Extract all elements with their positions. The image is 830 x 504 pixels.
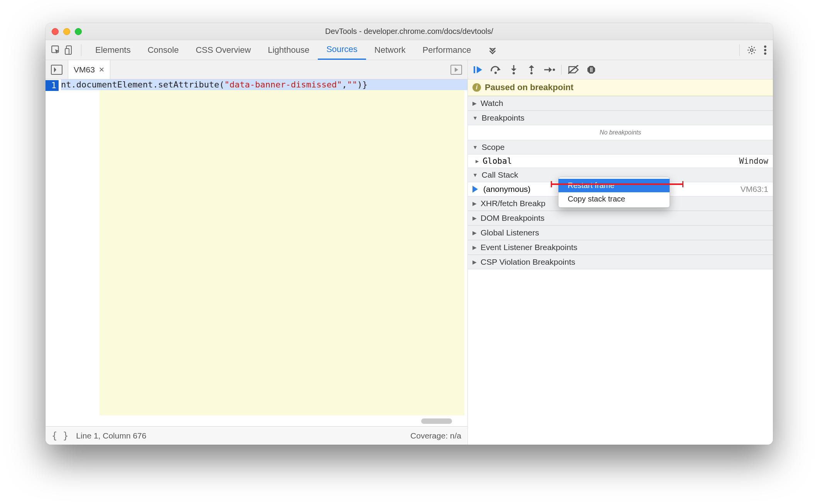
window-title: DevTools - developer.chrome.com/docs/dev…: [46, 27, 773, 36]
section-dom-label: DOM Breakpoints: [481, 213, 545, 223]
svg-rect-9: [474, 66, 475, 73]
svg-rect-2: [65, 49, 69, 54]
tab-elements[interactable]: Elements: [87, 40, 139, 60]
file-tab-name: VM63: [74, 65, 95, 74]
chevron-down-icon: ▼: [472, 144, 478, 150]
file-tabbar: VM63 ✕: [46, 60, 467, 79]
chevron-right-icon: ▶: [472, 259, 477, 265]
svg-rect-16: [592, 67, 592, 72]
section-dom-breakpoints[interactable]: ▶ DOM Breakpoints: [468, 211, 773, 225]
current-frame-icon: [472, 186, 478, 193]
chevron-right-icon: ▶: [472, 230, 477, 236]
section-scope[interactable]: ▼ Scope: [468, 140, 773, 155]
section-csp-label: CSP Violation Breakpoints: [481, 257, 575, 267]
resume-button[interactable]: [470, 63, 486, 77]
device-toolbar-icon[interactable]: [65, 45, 74, 55]
chevron-right-icon: ▶: [472, 244, 477, 250]
kebab-menu-icon[interactable]: [764, 45, 767, 55]
deactivate-breakpoints-button[interactable]: [565, 63, 582, 77]
scope-global-value: Window: [739, 156, 768, 166]
section-watch[interactable]: ▶ Watch: [468, 96, 773, 111]
line-number: 1: [46, 80, 59, 91]
debugger-sidebar: i Paused on breakpoint ▶ Watch ▼ Breakpo…: [468, 60, 773, 445]
chevron-right-icon: ▶: [476, 158, 479, 164]
tab-lighthouse[interactable]: Lighthouse: [259, 40, 318, 60]
stack-frame-anonymous[interactable]: (anonymous) VM63:1 Restart frame Copy st…: [468, 182, 773, 196]
section-gl-label: Global Listeners: [481, 228, 539, 237]
svg-point-4: [764, 45, 766, 48]
ctx-restart-frame[interactable]: Restart frame: [558, 179, 670, 192]
cursor-position: Line 1, Column 676: [76, 431, 146, 440]
step-out-button[interactable]: [523, 63, 540, 77]
step-button[interactable]: [541, 63, 557, 77]
section-breakpoints-label: Breakpoints: [482, 113, 525, 123]
section-event-label: Event Listener Breakpoints: [481, 243, 577, 252]
context-menu: Restart frame Copy stack trace: [558, 177, 670, 208]
ctx-copy-stack-trace[interactable]: Copy stack trace: [558, 192, 670, 206]
stack-frame-name: (anonymous): [483, 185, 531, 194]
section-global-listeners[interactable]: ▶ Global Listeners: [468, 225, 773, 240]
chevron-down-icon: ▼: [472, 172, 478, 178]
tab-css-overview[interactable]: CSS Overview: [187, 40, 259, 60]
horizontal-scrollbar[interactable]: [421, 418, 452, 424]
panel-body: VM63 ✕ 1 nt.documentElement.setAttribute…: [46, 60, 773, 445]
titlebar: DevTools - developer.chrome.com/docs/dev…: [46, 23, 773, 40]
chevron-right-icon: ▶: [472, 100, 477, 106]
devtools-window: DevTools - developer.chrome.com/docs/dev…: [46, 23, 773, 445]
svg-rect-7: [51, 65, 62, 74]
chevron-right-icon: ▶: [472, 200, 477, 207]
close-window-button[interactable]: [52, 28, 59, 35]
scope-global-row[interactable]: ▶ Global Window: [468, 155, 773, 168]
code-area[interactable]: 1 nt.documentElement.setAttribute("data-…: [46, 79, 467, 426]
chevron-right-icon: ▶: [472, 215, 477, 221]
svg-point-3: [751, 49, 753, 51]
tab-performance[interactable]: Performance: [414, 40, 480, 60]
traffic-lights: [46, 28, 82, 35]
minimize-window-button[interactable]: [63, 28, 70, 35]
pretty-print-icon[interactable]: { }: [52, 430, 68, 441]
tab-console[interactable]: Console: [139, 40, 187, 60]
editor-status-bar: { } Line 1, Column 676 Coverage: n/a: [46, 426, 467, 445]
sources-editor: VM63 ✕ 1 nt.documentElement.setAttribute…: [46, 60, 468, 445]
ctx-restart-frame-label: Restart frame: [568, 181, 614, 190]
debug-toolbar: [468, 60, 773, 79]
tab-network[interactable]: Network: [366, 40, 414, 60]
navigator-toggle-icon[interactable]: [46, 65, 68, 75]
coverage-status: Coverage: n/a: [410, 431, 461, 440]
line-gutter: 1: [46, 79, 61, 426]
step-over-button[interactable]: [488, 63, 504, 77]
section-watch-label: Watch: [481, 99, 503, 108]
chevron-down-icon: ▼: [472, 115, 478, 121]
step-into-button[interactable]: [506, 63, 522, 77]
scope-global-label: Global: [482, 156, 512, 166]
inspect-element-icon[interactable]: [51, 45, 61, 55]
svg-point-6: [764, 52, 766, 55]
paused-banner: i Paused on breakpoint: [468, 79, 773, 96]
svg-point-5: [764, 49, 766, 51]
file-tab-vm63[interactable]: VM63 ✕: [68, 60, 110, 79]
ctx-copy-stack-trace-label: Copy stack trace: [568, 195, 625, 203]
info-icon: i: [472, 83, 481, 92]
svg-point-10: [494, 72, 497, 74]
exec-highlight: [100, 90, 464, 415]
svg-point-12: [530, 72, 533, 74]
tab-overflow[interactable]: [480, 40, 505, 60]
section-csp-breakpoints[interactable]: ▶ CSP Violation Breakpoints: [468, 255, 773, 269]
run-snippet-icon[interactable]: [450, 65, 467, 75]
section-call-stack-label: Call Stack: [482, 170, 518, 180]
zoom-window-button[interactable]: [75, 28, 82, 35]
code-line-1: nt.documentElement.setAttribute("data-ba…: [61, 79, 467, 90]
tab-sources[interactable]: Sources: [318, 40, 366, 60]
code-content[interactable]: nt.documentElement.setAttribute("data-ba…: [61, 79, 467, 426]
pause-on-exceptions-button[interactable]: [583, 63, 599, 77]
settings-icon[interactable]: [747, 45, 757, 55]
section-scope-label: Scope: [482, 143, 505, 152]
section-breakpoints[interactable]: ▼ Breakpoints: [468, 111, 773, 125]
no-breakpoints-text: No breakpoints: [468, 125, 773, 140]
inspect-tools: [46, 44, 87, 56]
section-xhr-label: XHR/fetch Breakp: [481, 199, 545, 208]
close-icon[interactable]: ✕: [99, 66, 105, 74]
strike-annotation: [551, 183, 683, 185]
paused-message: Paused on breakpoint: [485, 82, 574, 92]
section-event-breakpoints[interactable]: ▶ Event Listener Breakpoints: [468, 240, 773, 255]
